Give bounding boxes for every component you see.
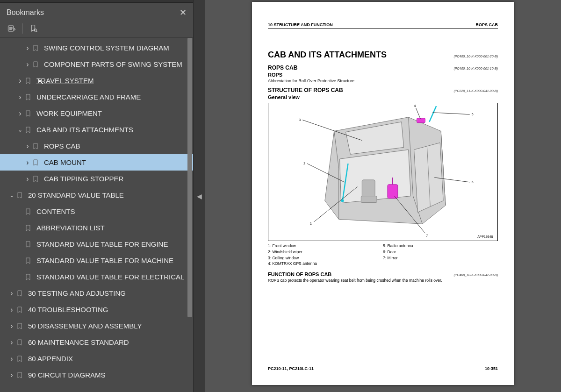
chevron-right-icon[interactable]: › [7, 322, 16, 330]
chevron-right-icon[interactable]: › [23, 44, 32, 52]
cab-diagram: 1 2 3 4 5 6 7 APP19348 [268, 103, 498, 241]
collapse-panel-icon[interactable]: ◀ [197, 192, 202, 200]
svg-line-18 [416, 108, 421, 119]
bookmark-icon [32, 44, 40, 52]
func-code: (PC400_10-K-K000-042-00-B) [453, 273, 498, 277]
chevron-right-icon[interactable]: › [7, 338, 16, 347]
svg-rect-9 [388, 185, 398, 199]
document-viewport[interactable]: 10 STRUCTURE AND FUNCTION ROPS CAB CAB A… [205, 0, 561, 392]
bookmark-item[interactable]: ›WORK EQUIPMENT [0, 105, 193, 121]
bookmark-label: WORK EQUIPMENT [36, 109, 102, 117]
bookmark-icon [32, 142, 40, 150]
bookmark-item[interactable]: ABBREVIATION LIST [0, 220, 193, 236]
header-left: 10 STRUCTURE AND FUNCTION [268, 22, 333, 27]
svg-text:1: 1 [310, 222, 312, 225]
chevron-right-icon[interactable]: › [7, 306, 16, 314]
page-footer: PC210-11, PC210LC-11 10-351 [268, 366, 498, 371]
page-header: 10 STRUCTURE AND FUNCTION ROPS CAB [268, 22, 498, 29]
bookmark-label: CAB TIPPING STOPPER [44, 175, 123, 183]
chevron-right-icon[interactable]: › [23, 142, 32, 150]
bookmark-tree[interactable]: ›SWING CONTROL SYSTEM DIAGRAM›COMPONENT … [0, 38, 193, 392]
bookmark-item[interactable]: ›80 APPENDIX [0, 350, 193, 367]
bookmark-item[interactable]: STANDARD VALUE TABLE FOR ELECTRICAL [0, 269, 193, 285]
svg-text:4: 4 [414, 104, 416, 107]
bookmark-label: STANDARD VALUE TABLE FOR ENGINE [36, 240, 168, 248]
chevron-right-icon[interactable]: › [7, 289, 16, 298]
bookmark-icon [16, 355, 24, 363]
bookmark-item[interactable]: ›CAB TIPPING STOPPER [0, 171, 193, 187]
find-bookmark-icon[interactable] [29, 23, 39, 34]
bookmark-item[interactable]: ⌄20 STANDARD VALUE TABLE [0, 187, 193, 203]
bookmark-icon [16, 371, 24, 379]
bookmark-item[interactable]: ›50 DISASSEMBLY AND ASSEMBLY [0, 318, 193, 334]
bookmark-icon [16, 289, 24, 298]
bookmark-item[interactable]: ›COMPONENT PARTS OF SWING SYSTEM [0, 56, 193, 72]
sidebar-title: Bookmarks [7, 8, 44, 17]
chevron-down-icon[interactable]: ⌄ [16, 127, 24, 133]
bookmark-label: CONTENTS [36, 207, 75, 215]
bookmark-item[interactable]: ›90 CIRCUIT DIAGRAMS [0, 367, 193, 383]
bookmark-label: 90 CIRCUIT DIAGRAMS [28, 371, 106, 379]
bookmark-label: STANDARD VALUE TABLE FOR ELECTRICAL [36, 273, 184, 281]
bookmark-item[interactable]: ›CAB MOUNT [0, 154, 193, 171]
general-view-label: General view [268, 94, 498, 100]
legend-item: 1: Front window [268, 243, 383, 249]
bookmark-icon [24, 257, 33, 265]
scrollbar-thumb[interactable] [187, 38, 192, 317]
chevron-right-icon[interactable]: › [23, 175, 32, 183]
bookmark-label: COMPONENT PARTS OF SWING SYSTEM [44, 60, 182, 68]
bookmark-item[interactable]: ›SWING CONTROL SYSTEM DIAGRAM [0, 40, 193, 56]
bookmark-icon [32, 175, 40, 183]
scrollbar[interactable] [187, 38, 192, 317]
section-function: FUNCTION OF ROPS CAB [268, 271, 331, 277]
bookmark-icon [16, 338, 24, 347]
sidebar-tools [0, 21, 193, 38]
bookmark-label: ABBREVIATION LIST [36, 224, 105, 232]
svg-text:2: 2 [303, 162, 305, 165]
chevron-right-icon[interactable]: › [16, 77, 24, 85]
bookmark-item[interactable]: STANDARD VALUE TABLE FOR MACHINE [0, 252, 193, 269]
pdf-page: 10 STRUCTURE AND FUNCTION ROPS CAB CAB A… [252, 2, 514, 385]
bookmark-options-icon[interactable] [7, 23, 17, 34]
bookmark-label: 20 STANDARD VALUE TABLE [28, 191, 124, 199]
legend-item: 7: Mirror [383, 255, 498, 261]
bookmark-item[interactable]: ›TRAVEL SYSTEM [0, 72, 193, 89]
close-icon[interactable]: ✕ [180, 7, 187, 18]
chevron-right-icon[interactable]: › [16, 93, 24, 101]
chevron-right-icon[interactable]: › [23, 158, 32, 167]
bookmark-icon [24, 126, 33, 134]
bookmark-item[interactable]: ⌄CAB AND ITS ATTACHMENTS [0, 121, 193, 138]
title-code: (PC400_10-K-K000-001-20-B) [453, 55, 498, 58]
bookmark-label: 60 MAINTENANCE STANDARD [28, 338, 129, 346]
svg-text:3: 3 [299, 118, 301, 121]
bookmark-item[interactable]: ›ROPS CAB [0, 138, 193, 154]
rops-abbrev: Abbreviation for Roll-Over Protective St… [268, 78, 498, 83]
bookmark-item[interactable]: ›40 TROUBLESHOOTING [0, 301, 193, 318]
chevron-down-icon[interactable]: ⌄ [7, 192, 16, 199]
bookmark-item[interactable]: ›UNDERCARRIAGE AND FRAME [0, 89, 193, 105]
chevron-right-icon[interactable]: › [7, 371, 16, 379]
svg-line-19 [432, 113, 469, 114]
bookmark-icon [32, 60, 40, 69]
legend-item: 3: Ceiling window [268, 255, 383, 261]
bookmark-icon [24, 207, 33, 216]
legend-item: 6: Door [383, 249, 498, 255]
bookmark-icon [16, 322, 24, 330]
bookmark-item[interactable]: CONTENTS [0, 203, 193, 220]
bookmark-item[interactable]: ›60 MAINTENANCE STANDARD [0, 334, 193, 350]
bookmark-label: ROPS CAB [44, 142, 80, 150]
bookmarks-panel: Bookmarks ✕ ›SWING CONTROL SYSTEM DIAGRA… [0, 0, 194, 392]
legend-item: 4: KOMTRAX GPS antenna [268, 261, 383, 267]
chevron-right-icon[interactable]: › [23, 60, 32, 69]
bookmark-icon [24, 109, 33, 118]
svg-text:7: 7 [426, 234, 428, 237]
bookmark-item[interactable]: ›30 TESTING AND ADJUSTING [0, 285, 193, 301]
diagram-code: APP19348 [477, 235, 493, 238]
section-structure: STRUCTURE OF ROPS CAB [268, 87, 343, 93]
bookmark-icon [32, 158, 40, 167]
header-right: ROPS CAB [475, 22, 498, 27]
chevron-right-icon[interactable]: › [16, 109, 24, 118]
chevron-right-icon[interactable]: › [7, 355, 16, 363]
bookmark-item[interactable]: STANDARD VALUE TABLE FOR ENGINE [0, 236, 193, 252]
tool-divider [22, 23, 23, 34]
